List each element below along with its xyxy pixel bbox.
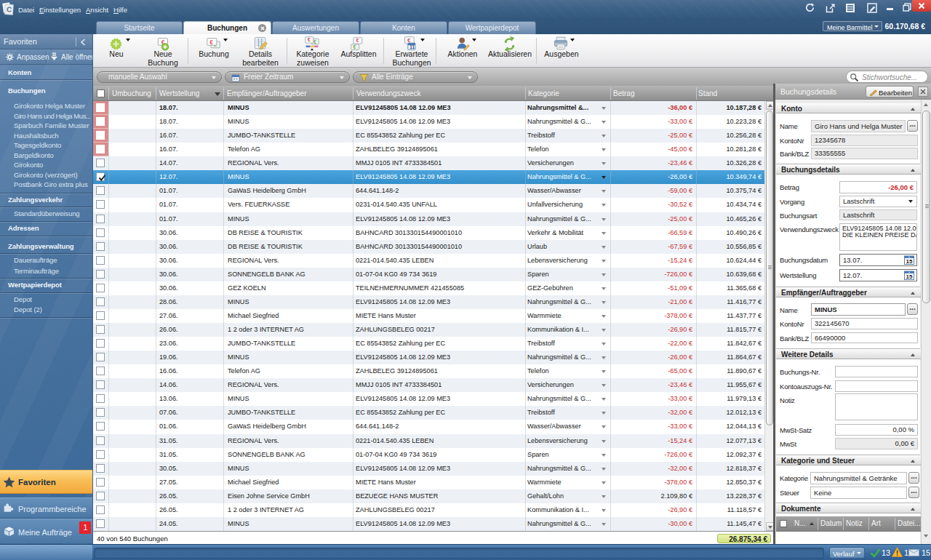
svg-text:15: 15 [906, 273, 913, 280]
svg-text:15: 15 [906, 258, 913, 265]
svg-text:€: € [313, 39, 316, 44]
svg-text:€: € [308, 36, 311, 43]
svg-text:€: € [353, 44, 356, 49]
svg-text:C: C [7, 5, 12, 13]
svg-text:€: € [356, 38, 359, 44]
svg-text:€: € [209, 39, 213, 46]
svg-text:11: 11 [409, 44, 415, 49]
